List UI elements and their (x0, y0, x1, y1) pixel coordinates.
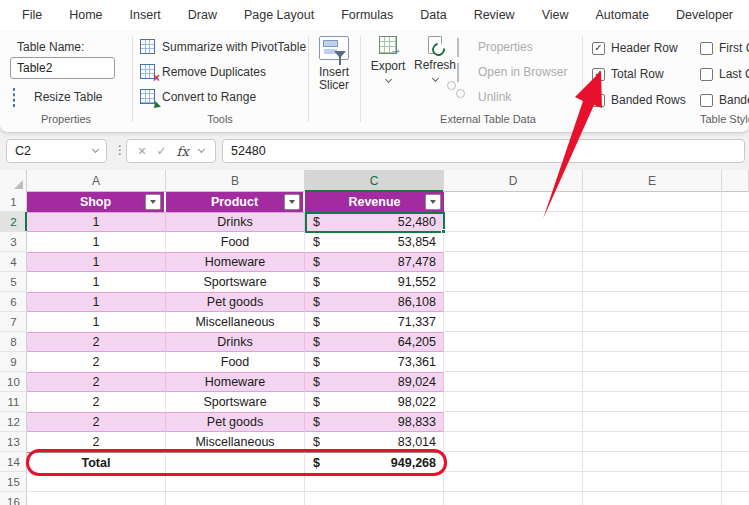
cell-shop[interactable]: 2 (27, 392, 166, 412)
summarize-with-pivottable-button[interactable]: Summarize with PivotTable (140, 38, 306, 56)
ribbon-tab-data[interactable]: Data (420, 8, 446, 22)
table-header-revenue[interactable]: Revenue (305, 192, 444, 212)
ribbon-tab-draw[interactable]: Draw (188, 8, 217, 22)
cell-shop[interactable]: 1 (27, 292, 166, 312)
cell-revenue[interactable]: $98,022 (305, 392, 444, 412)
cell-product[interactable]: Pet goods (166, 292, 305, 312)
cell-product[interactable]: Food (166, 232, 305, 252)
column-header-c[interactable]: C (305, 170, 444, 192)
checkbox-banded-rows[interactable]: ✓Banded Rows (592, 92, 686, 108)
name-box[interactable]: C2 (6, 139, 107, 163)
cell-shop[interactable]: 2 (27, 372, 166, 392)
formula-input[interactable]: 52480 (222, 139, 745, 163)
column-header-e[interactable]: E (583, 170, 722, 192)
cell-product[interactable]: Drinks (166, 212, 305, 232)
table-name-input[interactable] (10, 57, 115, 79)
row-header-14[interactable]: 14 (0, 452, 27, 472)
cancel-icon[interactable]: × (138, 143, 146, 159)
cell-shop[interactable]: 1 (27, 272, 166, 292)
filter-dropdown-button[interactable] (145, 194, 161, 210)
enter-icon[interactable]: ✓ (156, 144, 166, 158)
cell-product[interactable]: Drinks (166, 332, 305, 352)
cell-shop[interactable]: 1 (27, 312, 166, 332)
row-header-3[interactable]: 3 (0, 232, 27, 252)
cell-product[interactable]: Sportsware (166, 392, 305, 412)
cell-shop[interactable]: 2 (27, 412, 166, 432)
cell-shop[interactable]: 2 (27, 332, 166, 352)
cell-revenue[interactable]: $91,552 (305, 272, 444, 292)
ribbon-tab-home[interactable]: Home (69, 8, 102, 22)
insert-slicer-button[interactable]: Insert Slicer (308, 36, 360, 92)
checkbox-header-row[interactable]: ✓Header Row (592, 40, 678, 56)
checkbox-total-row[interactable]: ✓Total Row (592, 66, 664, 82)
row-header-13[interactable]: 13 (0, 432, 27, 452)
revenue-value: 87,478 (398, 255, 436, 269)
filter-dropdown-button[interactable] (284, 194, 300, 210)
revenue-value: 98,022 (398, 395, 436, 409)
checkbox-last-column[interactable]: Last Column (700, 66, 749, 82)
fill-handle[interactable] (441, 229, 446, 234)
resize-table-button[interactable]: Resize Table (12, 88, 102, 106)
column-header-partial[interactable] (722, 170, 749, 192)
row-header-5[interactable]: 5 (0, 272, 27, 292)
convert-to-range-button[interactable]: Convert to Range (140, 88, 256, 106)
cell-product[interactable]: Sportsware (166, 272, 305, 292)
revenue-value: 91,552 (398, 275, 436, 289)
column-header-d[interactable]: D (444, 170, 583, 192)
cell-revenue[interactable]: $73,361 (305, 352, 444, 372)
row-header-16[interactable]: 16 (0, 492, 27, 505)
filter-dropdown-button[interactable] (425, 194, 441, 210)
cell-shop[interactable]: 1 (27, 252, 166, 272)
cell-product[interactable]: Miscellaneous (166, 312, 305, 332)
cell-revenue[interactable]: $89,024 (305, 372, 444, 392)
cell-revenue[interactable]: $86,108 (305, 292, 444, 312)
cell-shop[interactable]: 1 (27, 212, 166, 232)
cell-product[interactable]: Homeware (166, 372, 305, 392)
ribbon-tab-developer[interactable]: Developer (676, 8, 733, 22)
column-header-b[interactable]: B (166, 170, 305, 192)
row-header-8[interactable]: 8 (0, 332, 27, 352)
ribbon-tab-view[interactable]: View (542, 8, 569, 22)
checkbox-icon (700, 42, 713, 55)
row-header-15[interactable]: 15 (0, 472, 27, 492)
row-header-12[interactable]: 12 (0, 412, 27, 432)
cell-revenue[interactable]: $64,205 (305, 332, 444, 352)
cell-shop[interactable]: 1 (27, 232, 166, 252)
ribbon-tab-review[interactable]: Review (474, 8, 515, 22)
export-button[interactable]: → Export (366, 36, 410, 82)
row-header-9[interactable]: 9 (0, 352, 27, 372)
ribbon-tab-file[interactable]: File (22, 8, 42, 22)
cell-product[interactable]: Food (166, 352, 305, 372)
revenue-value: 83,014 (398, 435, 436, 449)
row-header-2[interactable]: 2 (0, 212, 27, 232)
ribbon-tab-insert[interactable]: Insert (130, 8, 161, 22)
cell-revenue[interactable]: $53,854 (305, 232, 444, 252)
ribbon-tab-formulas[interactable]: Formulas (341, 8, 393, 22)
row-header-7[interactable]: 7 (0, 312, 27, 332)
select-all-corner[interactable] (0, 170, 27, 192)
cell-product[interactable]: Homeware (166, 252, 305, 272)
remove-duplicates-button[interactable]: × Remove Duplicates (140, 63, 266, 81)
product-value: Homeware (205, 375, 265, 389)
cell-product[interactable]: Pet goods (166, 412, 305, 432)
ribbon-tab-page-layout[interactable]: Page Layout (244, 8, 314, 22)
row-header-10[interactable]: 10 (0, 372, 27, 392)
row-header-6[interactable]: 6 (0, 292, 27, 312)
cell-shop[interactable]: 2 (27, 352, 166, 372)
cell-revenue[interactable]: $71,337 (305, 312, 444, 332)
cell-revenue[interactable]: $87,478 (305, 252, 444, 272)
product-value: Food (221, 355, 250, 369)
checkbox-first-column[interactable]: First Column (700, 40, 749, 56)
row-header-4[interactable]: 4 (0, 252, 27, 272)
row-header-1[interactable]: 1 (0, 192, 27, 212)
column-header-a[interactable]: A (27, 170, 166, 192)
checkbox-banded-columns[interactable]: Banded Columns (700, 92, 749, 108)
product-value: Pet goods (207, 295, 263, 309)
table-header-product[interactable]: Product (166, 192, 305, 212)
row-header-11[interactable]: 11 (0, 392, 27, 412)
cell-revenue[interactable]: $98,833 (305, 412, 444, 432)
refresh-button[interactable]: Refresh (412, 36, 458, 81)
table-header-shop[interactable]: Shop (27, 192, 166, 212)
ribbon-tab-automate[interactable]: Automate (596, 8, 650, 22)
insert-function-icon[interactable]: fx (177, 144, 189, 159)
